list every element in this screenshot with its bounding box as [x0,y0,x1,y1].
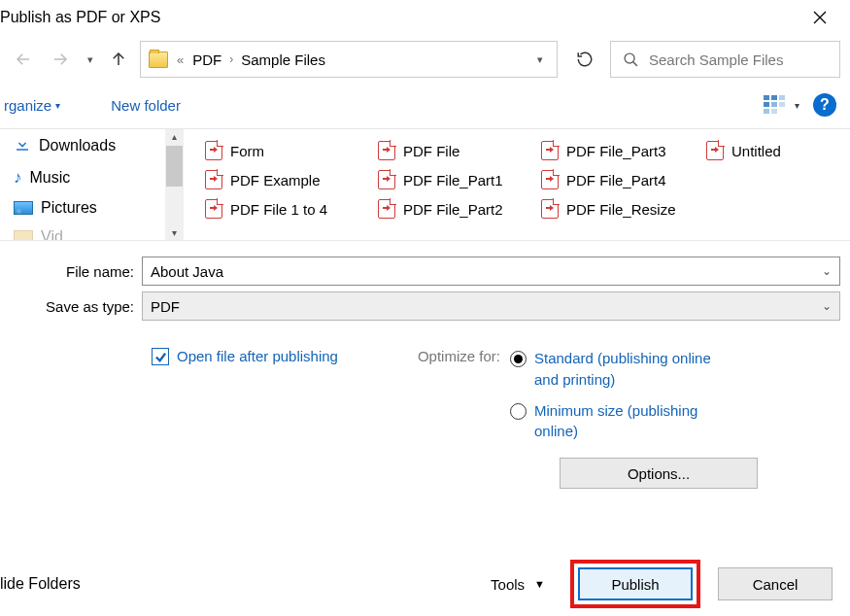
optimize-minimum-label: Minimum size (publishing online) [534,400,714,443]
pdf-icon [205,199,222,219]
file-item[interactable]: Form [205,141,378,160]
refresh-button[interactable] [569,41,600,78]
sidebar-label: Pictures [41,199,97,217]
pdf-icon [541,141,559,160]
optimize-standard-radio[interactable]: Standard (publishing online and printing… [510,348,714,391]
close-icon [813,11,827,24]
toolbar: rganize ▾ New folder ▾ ? [0,86,850,128]
caret-down-icon: ▼ [534,578,545,590]
svg-line-6 [633,61,637,65]
close-button[interactable] [798,2,842,33]
view-mode-button[interactable] [764,94,787,116]
file-name-label: File name: [10,263,142,280]
history-dropdown[interactable]: ▾ [84,53,97,66]
address-dropdown[interactable]: ▾ [527,42,553,77]
pdf-icon [378,170,395,189]
save-type-select[interactable]: PDF ⌄ [142,291,840,321]
file-item[interactable]: PDF File 1 to 4 [205,199,378,219]
chevron-right-icon: › [227,52,235,66]
file-item[interactable]: PDF File_Part1 [378,170,541,189]
sidebar-label: Music [30,169,71,187]
file-item[interactable]: PDF File_Resize [541,199,706,219]
help-button[interactable]: ? [813,93,836,117]
nav-row: ▾ « PDF › Sample Files ▾ Search Sample F… [0,35,850,86]
save-type-label: Save as type: [10,298,142,315]
sidebar-item-downloads[interactable]: Downloads [0,129,165,162]
pdf-icon [205,141,222,160]
sidebar-item-pictures[interactable]: Pictures [0,193,165,222]
optimize-label: Optimize for: [418,348,500,452]
breadcrumb-seg-1[interactable]: PDF [192,51,221,68]
pdf-icon [205,170,222,189]
radio-icon [510,351,527,367]
file-name-input[interactable]: About Java ⌄ [142,257,840,286]
organize-menu[interactable]: rganize ▾ [0,91,64,120]
file-list: Form PDF Example PDF File 1 to 4 PDF Fil… [184,129,850,240]
footer: lide Folders Tools ▼ Publish Cancel [0,552,850,616]
file-item[interactable]: PDF File_Part3 [541,141,706,160]
file-name-value: About Java [151,263,223,280]
svg-point-5 [625,53,634,63]
scroll-thumb[interactable] [166,146,183,187]
content-area: Downloads ♪ Music Pictures Vid ▴ ▾ Form … [0,128,850,240]
pdf-icon [541,199,559,219]
tools-label: Tools [491,576,525,593]
up-button[interactable] [107,48,130,71]
video-icon [14,230,33,240]
breadcrumb-seg-2[interactable]: Sample Files [241,51,325,68]
picture-icon [14,201,33,215]
options-label: Options... [628,465,690,482]
optimize-standard-label: Standard (publishing online and printing… [534,348,714,391]
back-button[interactable] [10,46,37,73]
open-after-label[interactable]: Open file after publishing [177,348,338,364]
sidebar-item-videos[interactable]: Vid [0,222,165,240]
chevron-down-icon: ⌄ [822,264,832,278]
pdf-icon [378,199,395,219]
view-mode-dropdown[interactable]: ▾ [795,100,799,111]
music-icon: ♪ [14,168,22,188]
window-title: Publish as PDF or XPS [0,3,798,32]
search-box[interactable]: Search Sample Files [610,41,840,78]
chevron-left-icon: « [174,52,187,67]
new-folder-button[interactable]: New folder [111,97,181,114]
scroll-up-icon[interactable]: ▴ [172,131,177,142]
sidebar-label: Downloads [39,137,116,154]
pdf-icon [541,170,559,189]
folder-icon [149,51,168,68]
file-item[interactable]: PDF File [378,141,541,160]
pdf-icon [378,141,395,160]
publish-highlight: Publish [570,560,700,608]
cancel-button[interactable]: Cancel [718,567,833,600]
publish-button[interactable]: Publish [578,567,693,600]
sidebar: Downloads ♪ Music Pictures Vid [0,129,165,240]
search-placeholder: Search Sample Files [649,51,783,68]
file-item[interactable]: Untitled [706,141,781,160]
check-icon [154,351,167,363]
address-bar[interactable]: « PDF › Sample Files ▾ [140,41,558,78]
file-item[interactable]: PDF File_Part4 [541,170,706,189]
save-type-value: PDF [151,298,180,315]
download-icon [14,135,31,156]
search-icon [623,51,639,68]
title-bar: Publish as PDF or XPS [0,0,850,35]
sidebar-label: Vid [41,228,63,240]
cancel-label: Cancel [753,576,799,593]
publish-label: Publish [611,576,659,593]
radio-icon [510,403,527,420]
scroll-down-icon[interactable]: ▾ [172,227,177,238]
sidebar-scrollbar[interactable]: ▴ ▾ [165,129,184,240]
sidebar-item-music[interactable]: ♪ Music [0,162,165,193]
file-item[interactable]: PDF Example [205,170,378,189]
forward-button[interactable] [47,46,74,73]
open-after-checkbox[interactable] [152,348,169,365]
pdf-icon [706,141,724,160]
chevron-down-icon: ⌄ [822,299,832,313]
hide-folders-button[interactable]: lide Folders [0,575,81,593]
options-button[interactable]: Options... [560,458,758,489]
caret-down-icon: ▾ [55,100,60,111]
svg-rect-7 [17,149,28,151]
organize-label: rganize [4,97,51,114]
optimize-minimum-radio[interactable]: Minimum size (publishing online) [510,400,714,443]
tools-menu[interactable]: Tools ▼ [491,576,545,593]
file-item[interactable]: PDF File_Part2 [378,199,541,219]
